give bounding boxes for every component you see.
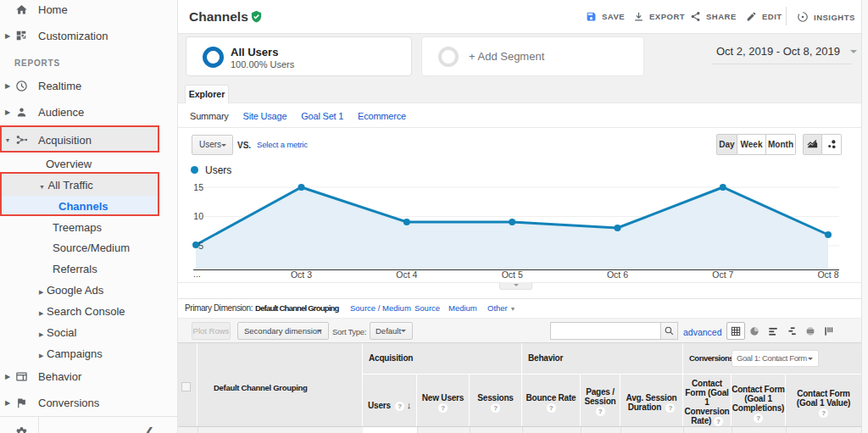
svg-text:Oct 7: Oct 7 — [712, 269, 733, 280]
svg-text:Oct 3: Oct 3 — [291, 269, 312, 280]
svg-text:5: 5 — [198, 241, 203, 251]
svg-text:10: 10 — [193, 211, 203, 221]
svg-text:Oct 4: Oct 4 — [396, 269, 417, 280]
svg-text:15: 15 — [193, 182, 203, 192]
svg-text:Oct 6: Oct 6 — [607, 269, 628, 280]
svg-text:Oct 5: Oct 5 — [502, 269, 523, 280]
svg-text:Oct 8: Oct 8 — [817, 269, 838, 280]
svg-text:...: ... — [193, 269, 201, 279]
